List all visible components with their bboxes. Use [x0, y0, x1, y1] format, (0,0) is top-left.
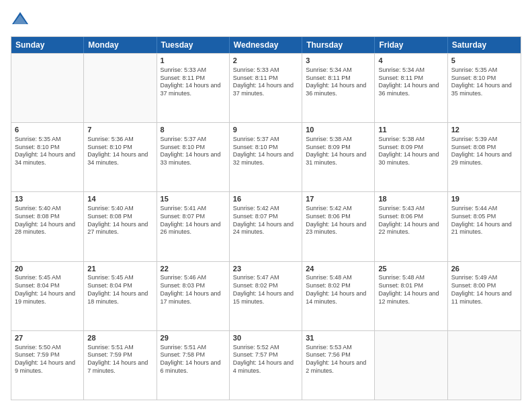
day-number: 26 [451, 264, 517, 274]
day-content: Sunrise: 5:33 AM Sunset: 8:11 PM Dayligh… [161, 66, 226, 98]
day-content: Sunrise: 5:43 AM Sunset: 8:06 PM Dayligh… [378, 205, 443, 236]
day-content: Sunrise: 5:48 AM Sunset: 8:02 PM Dayligh… [306, 274, 371, 306]
day-content: Sunrise: 5:33 AM Sunset: 8:11 PM Dayligh… [233, 66, 298, 98]
calendar-cell: 22Sunrise: 5:46 AM Sunset: 8:03 PM Dayli… [157, 262, 230, 330]
day-content: Sunrise: 5:53 AM Sunset: 7:56 PM Dayligh… [306, 344, 371, 375]
day-number: 12 [451, 125, 517, 135]
calendar-cell: 29Sunrise: 5:51 AM Sunset: 7:58 PM Dayli… [157, 331, 230, 400]
day-content: Sunrise: 5:50 AM Sunset: 7:59 PM Dayligh… [15, 344, 80, 375]
day-content: Sunrise: 5:40 AM Sunset: 8:08 PM Dayligh… [15, 205, 80, 236]
day-content: Sunrise: 5:49 AM Sunset: 8:00 PM Dayligh… [451, 274, 517, 306]
day-number: 7 [87, 125, 152, 135]
day-number: 13 [15, 194, 80, 204]
day-content: Sunrise: 5:51 AM Sunset: 7:59 PM Dayligh… [87, 344, 152, 375]
day-number: 14 [87, 194, 152, 204]
day-content: Sunrise: 5:41 AM Sunset: 8:07 PM Dayligh… [161, 205, 226, 236]
calendar-cell: 3Sunrise: 5:34 AM Sunset: 8:11 PM Daylig… [302, 54, 375, 122]
day-number: 28 [87, 333, 152, 343]
day-content: Sunrise: 5:46 AM Sunset: 8:03 PM Dayligh… [161, 274, 226, 306]
calendar-week-1: 1Sunrise: 5:33 AM Sunset: 8:11 PM Daylig… [11, 53, 521, 122]
calendar-cell: 13Sunrise: 5:40 AM Sunset: 8:08 PM Dayli… [11, 192, 84, 261]
calendar-cell: 20Sunrise: 5:45 AM Sunset: 8:04 PM Dayli… [11, 262, 84, 330]
day-content: Sunrise: 5:37 AM Sunset: 8:10 PM Dayligh… [233, 136, 298, 167]
calendar-cell: 24Sunrise: 5:48 AM Sunset: 8:02 PM Dayli… [302, 262, 375, 330]
day-number: 2 [233, 56, 298, 66]
calendar-cell: 19Sunrise: 5:44 AM Sunset: 8:05 PM Dayli… [448, 192, 521, 261]
calendar-cell: 23Sunrise: 5:47 AM Sunset: 8:02 PM Dayli… [230, 262, 302, 330]
day-number: 15 [161, 194, 226, 204]
calendar-cell [375, 331, 447, 400]
day-header-friday: Friday [375, 37, 447, 53]
calendar-cell: 12Sunrise: 5:39 AM Sunset: 8:08 PM Dayli… [448, 123, 521, 191]
calendar-cell [448, 331, 521, 400]
day-header-saturday: Saturday [448, 37, 521, 53]
day-number: 20 [15, 264, 80, 274]
day-number: 30 [233, 333, 298, 343]
day-content: Sunrise: 5:38 AM Sunset: 8:09 PM Dayligh… [378, 136, 443, 167]
calendar-week-5: 27Sunrise: 5:50 AM Sunset: 7:59 PM Dayli… [11, 330, 521, 400]
day-content: Sunrise: 5:47 AM Sunset: 8:02 PM Dayligh… [233, 274, 298, 306]
calendar-cell: 14Sunrise: 5:40 AM Sunset: 8:08 PM Dayli… [84, 192, 157, 261]
calendar-cell: 7Sunrise: 5:36 AM Sunset: 8:10 PM Daylig… [84, 123, 157, 191]
day-number: 6 [15, 125, 80, 135]
calendar-cell: 16Sunrise: 5:42 AM Sunset: 8:07 PM Dayli… [230, 192, 302, 261]
calendar-cell: 17Sunrise: 5:42 AM Sunset: 8:06 PM Dayli… [302, 192, 375, 261]
calendar-cell: 25Sunrise: 5:48 AM Sunset: 8:01 PM Dayli… [375, 262, 447, 330]
day-number: 19 [451, 194, 517, 204]
day-number: 23 [233, 264, 298, 274]
day-number: 25 [378, 264, 443, 274]
calendar-cell: 27Sunrise: 5:50 AM Sunset: 7:59 PM Dayli… [11, 331, 84, 400]
calendar-cell: 8Sunrise: 5:37 AM Sunset: 8:10 PM Daylig… [157, 123, 230, 191]
calendar-week-3: 13Sunrise: 5:40 AM Sunset: 8:08 PM Dayli… [11, 191, 521, 261]
day-header-wednesday: Wednesday [230, 37, 302, 53]
calendar-week-4: 20Sunrise: 5:45 AM Sunset: 8:04 PM Dayli… [11, 261, 521, 330]
day-number: 4 [378, 56, 443, 66]
day-content: Sunrise: 5:42 AM Sunset: 8:06 PM Dayligh… [306, 205, 371, 236]
logo-icon [11, 11, 30, 30]
day-number: 21 [87, 264, 152, 274]
day-content: Sunrise: 5:45 AM Sunset: 8:04 PM Dayligh… [15, 274, 80, 306]
calendar-cell: 31Sunrise: 5:53 AM Sunset: 7:56 PM Dayli… [302, 331, 375, 400]
day-content: Sunrise: 5:42 AM Sunset: 8:07 PM Dayligh… [233, 205, 298, 236]
calendar-cell: 26Sunrise: 5:49 AM Sunset: 8:00 PM Dayli… [448, 262, 521, 330]
calendar-cell: 1Sunrise: 5:33 AM Sunset: 8:11 PM Daylig… [157, 54, 230, 122]
calendar-cell: 28Sunrise: 5:51 AM Sunset: 7:59 PM Dayli… [84, 331, 157, 400]
day-content: Sunrise: 5:52 AM Sunset: 7:57 PM Dayligh… [233, 344, 298, 375]
calendar-cell: 2Sunrise: 5:33 AM Sunset: 8:11 PM Daylig… [230, 54, 302, 122]
day-number: 24 [306, 264, 371, 274]
calendar-cell: 10Sunrise: 5:38 AM Sunset: 8:09 PM Dayli… [302, 123, 375, 191]
day-number: 27 [15, 333, 80, 343]
calendar-cell: 21Sunrise: 5:45 AM Sunset: 8:04 PM Dayli… [84, 262, 157, 330]
day-number: 31 [306, 333, 371, 343]
day-content: Sunrise: 5:35 AM Sunset: 8:10 PM Dayligh… [451, 66, 517, 98]
calendar-cell: 5Sunrise: 5:35 AM Sunset: 8:10 PM Daylig… [448, 54, 521, 122]
day-content: Sunrise: 5:51 AM Sunset: 7:58 PM Dayligh… [161, 344, 226, 375]
day-number: 18 [378, 194, 443, 204]
day-content: Sunrise: 5:37 AM Sunset: 8:10 PM Dayligh… [161, 136, 226, 167]
day-content: Sunrise: 5:45 AM Sunset: 8:04 PM Dayligh… [87, 274, 152, 306]
calendar-cell: 11Sunrise: 5:38 AM Sunset: 8:09 PM Dayli… [375, 123, 447, 191]
day-content: Sunrise: 5:39 AM Sunset: 8:08 PM Dayligh… [451, 136, 517, 167]
day-header-monday: Monday [84, 37, 157, 53]
calendar-cell [11, 54, 84, 122]
day-number: 22 [161, 264, 226, 274]
calendar-cell: 30Sunrise: 5:52 AM Sunset: 7:57 PM Dayli… [230, 331, 302, 400]
calendar-cell: 18Sunrise: 5:43 AM Sunset: 8:06 PM Dayli… [375, 192, 447, 261]
calendar-header: SundayMondayTuesdayWednesdayThursdayFrid… [11, 37, 521, 53]
day-content: Sunrise: 5:40 AM Sunset: 8:08 PM Dayligh… [87, 205, 152, 236]
page: SundayMondayTuesdayWednesdayThursdayFrid… [0, 0, 532, 411]
calendar-cell: 4Sunrise: 5:34 AM Sunset: 8:11 PM Daylig… [375, 54, 447, 122]
calendar-body: 1Sunrise: 5:33 AM Sunset: 8:11 PM Daylig… [11, 53, 521, 400]
day-number: 9 [233, 125, 298, 135]
logo [11, 11, 32, 30]
day-number: 17 [306, 194, 371, 204]
day-content: Sunrise: 5:36 AM Sunset: 8:10 PM Dayligh… [87, 136, 152, 167]
day-content: Sunrise: 5:34 AM Sunset: 8:11 PM Dayligh… [378, 66, 443, 98]
header [11, 11, 521, 30]
day-number: 16 [233, 194, 298, 204]
day-content: Sunrise: 5:44 AM Sunset: 8:05 PM Dayligh… [451, 205, 517, 236]
calendar-cell: 9Sunrise: 5:37 AM Sunset: 8:10 PM Daylig… [230, 123, 302, 191]
day-number: 29 [161, 333, 226, 343]
day-header-thursday: Thursday [302, 37, 375, 53]
calendar-cell [84, 54, 157, 122]
